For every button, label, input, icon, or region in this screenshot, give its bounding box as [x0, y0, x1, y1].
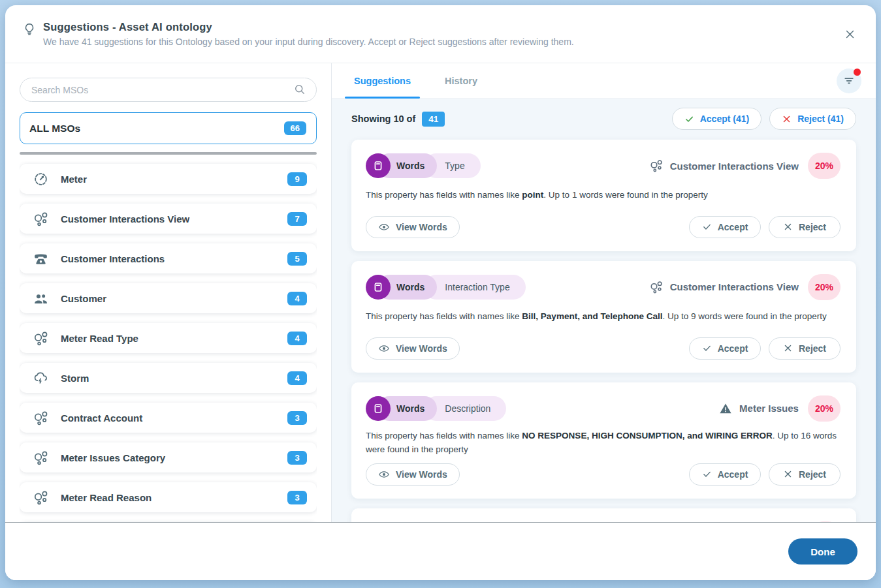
entity-name: Meter Issues	[739, 403, 799, 414]
sidebar-item-label: Storm	[61, 373, 287, 384]
sidebar-item-storm[interactable]: Storm 4	[20, 363, 317, 393]
sidebar-item-customer-interactions[interactable]: Customer Interactions 5	[20, 243, 317, 273]
lightbulb-icon	[22, 22, 37, 37]
molecule-icon	[33, 330, 49, 347]
suggestion-type-pills: Words Interaction Type	[366, 275, 526, 300]
page-title: Suggestions - Asset AI ontology	[43, 21, 841, 33]
tab-history[interactable]: History	[436, 63, 487, 98]
sidebar-item-meter[interactable]: Meter 9	[20, 164, 317, 194]
sidebar-item-contract-account[interactable]: Contract Account 3	[20, 403, 317, 433]
page-subtitle: We have 41 suggestions for this Ontology…	[43, 37, 841, 47]
tab-suggestions[interactable]: Suggestions	[345, 63, 420, 98]
view-words-button[interactable]: View Words	[366, 463, 460, 486]
molecule-icon	[33, 211, 49, 227]
filter-icon	[842, 74, 856, 87]
words-icon	[366, 275, 391, 300]
sidebar-item-label: Meter	[61, 174, 287, 185]
people-icon	[33, 290, 49, 307]
done-button[interactable]: Done	[788, 538, 857, 565]
entity-name: Customer Interactions View	[670, 161, 799, 172]
suggestions-dialog: Suggestions - Asset AI ontology We have …	[5, 5, 876, 580]
molecule-icon	[33, 410, 49, 426]
accept-label: Accept	[718, 222, 748, 232]
count-badge: 4	[287, 371, 307, 385]
count-badge: 9	[287, 172, 307, 186]
accept-button[interactable]: Accept	[689, 337, 761, 360]
confidence-badge: 20%	[808, 153, 841, 179]
suggestions-scroll-area[interactable]: Showing 10 of 41 Accept (41) Reject (41)	[332, 99, 876, 522]
suggestion-card: Words Type Customer Interactions View	[351, 140, 856, 251]
sidebar-divider	[20, 152, 317, 155]
check-icon	[702, 222, 712, 232]
accept-label: Accept	[718, 469, 748, 480]
phone-icon	[33, 251, 49, 267]
suggestion-card-partial	[351, 508, 856, 522]
reject-button[interactable]: Reject	[769, 463, 841, 486]
view-words-label: View Words	[396, 469, 447, 480]
confidence-badge: 20%	[808, 395, 841, 422]
eye-icon	[378, 221, 390, 233]
gauge-icon	[33, 171, 49, 187]
suggestion-type-pills: Words Type	[366, 153, 481, 178]
view-words-label: View Words	[396, 222, 447, 232]
view-words-button[interactable]: View Words	[366, 216, 460, 238]
view-words-label: View Words	[396, 343, 447, 354]
suggestion-card: Words Interaction Type Customer Interact…	[351, 261, 856, 373]
accept-all-button[interactable]: Accept (41)	[672, 108, 761, 130]
filter-button[interactable]	[837, 69, 861, 93]
sidebar-item-label: Contract Account	[61, 412, 287, 424]
count-badge: 7	[287, 212, 307, 226]
dialog-header: Suggestions - Asset AI ontology We have …	[5, 5, 876, 63]
count-badge: 3	[287, 491, 307, 504]
reject-label: Reject	[799, 222, 826, 232]
x-icon	[783, 343, 793, 353]
sidebar-item-all-msos[interactable]: ALL MSOs 66	[20, 112, 317, 144]
reject-label: Reject	[799, 469, 826, 480]
words-icon	[366, 153, 391, 178]
storm-icon	[33, 370, 49, 386]
reject-button[interactable]: Reject	[769, 216, 841, 238]
sidebar-item-customer[interactable]: Customer 4	[20, 283, 317, 313]
close-icon[interactable]	[841, 25, 859, 43]
words-icon	[366, 396, 391, 421]
suggestion-description: This property has fields with names like…	[366, 310, 841, 324]
reject-all-label: Reject (41)	[797, 114, 844, 124]
check-icon	[702, 469, 712, 479]
suggestion-card: Words Description Meter I	[351, 382, 856, 499]
mso-sidebar: ALL MSOs 66 Meter 9	[5, 63, 332, 522]
check-icon	[684, 114, 694, 124]
sidebar-item-label: Meter Issues Category	[61, 452, 287, 463]
accept-all-label: Accept (41)	[700, 114, 749, 124]
mso-list: Meter 9 Customer Interactions View 7	[20, 156, 317, 522]
dialog-footer: Done	[5, 522, 876, 580]
sidebar-item-meter-read-type[interactable]: Meter Read Type 4	[20, 323, 317, 353]
sidebar-item-meter-issues-category[interactable]: Meter Issues Category 3	[20, 442, 317, 472]
suggestions-main: Suggestions History Showing 10 of 41	[332, 63, 876, 522]
count-badge: 66	[284, 121, 306, 135]
count-badge: 4	[287, 292, 307, 305]
sidebar-item-meter-read-reason[interactable]: Meter Read Reason 3	[20, 482, 317, 512]
check-icon	[702, 343, 712, 353]
reject-button[interactable]: Reject	[769, 337, 841, 360]
accept-button[interactable]: Accept	[689, 463, 761, 486]
sidebar-item-label: Customer	[61, 293, 287, 304]
x-icon	[783, 469, 793, 479]
total-count-badge: 41	[422, 112, 445, 127]
warning-icon	[718, 401, 733, 416]
sidebar-item-customer-interactions-view[interactable]: Customer Interactions View 7	[20, 204, 317, 234]
sidebar-item-label: Customer Interactions View	[61, 213, 287, 224]
count-badge: 5	[287, 252, 307, 266]
count-badge: 4	[287, 332, 307, 345]
reject-label: Reject	[799, 343, 826, 354]
search-input[interactable]	[20, 78, 317, 102]
view-words-button[interactable]: View Words	[366, 337, 460, 360]
count-badge: 3	[287, 411, 307, 425]
confidence-badge: 20%	[808, 274, 841, 300]
eye-icon	[378, 343, 390, 354]
reject-all-button[interactable]: Reject (41)	[769, 108, 856, 130]
suggestion-description: This property has fields with names like…	[366, 429, 841, 457]
count-badge: 3	[287, 451, 307, 465]
tab-bar: Suggestions History	[332, 63, 876, 99]
accept-button[interactable]: Accept	[689, 216, 761, 238]
all-msos-label: ALL MSOs	[29, 123, 80, 134]
